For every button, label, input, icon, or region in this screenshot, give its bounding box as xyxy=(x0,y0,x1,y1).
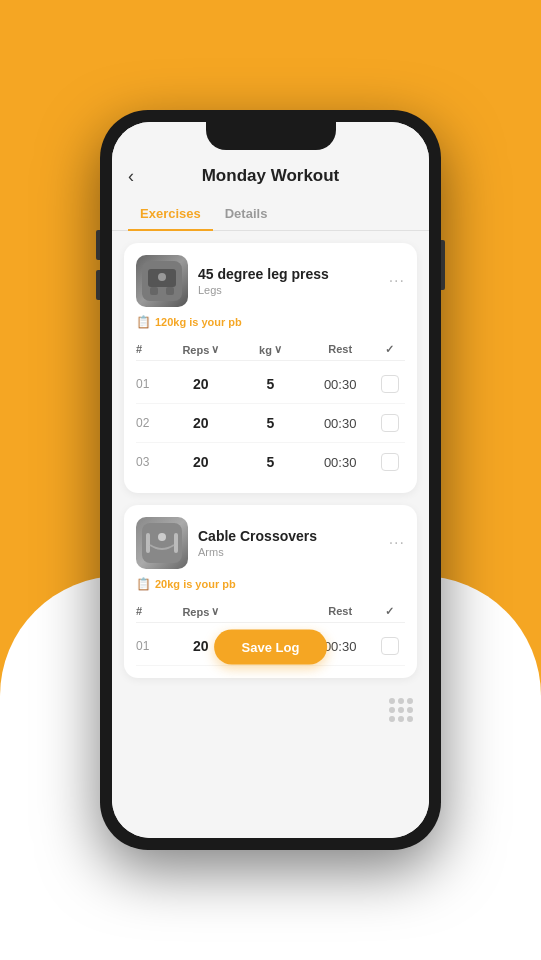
pb-icon-2: 📋 xyxy=(136,577,151,591)
more-button-2[interactable]: ··· xyxy=(389,534,405,552)
exercise-text-2: Cable Crossovers Arms xyxy=(198,528,317,558)
svg-rect-3 xyxy=(166,287,174,295)
phone-shell: ‹ Monday Workout Exercises Details xyxy=(100,110,441,850)
col-rest-2: Rest xyxy=(305,605,375,618)
pb-badge-1: 📋 120kg is your pb xyxy=(136,315,405,329)
set-check-1-1[interactable] xyxy=(381,375,399,393)
pb-text-1: 120kg is your pb xyxy=(155,316,242,328)
tabs-bar: Exercises Details xyxy=(112,198,429,231)
exercise-category-2: Arms xyxy=(198,546,317,558)
col-kg-2 xyxy=(236,605,306,618)
set-check-1-2[interactable] xyxy=(381,414,399,432)
grid-icon xyxy=(389,698,413,722)
svg-point-8 xyxy=(158,533,166,541)
reps-chevron-2: ∨ xyxy=(211,605,219,618)
set-rest-1-2: 00:30 xyxy=(305,416,375,431)
exercise-thumb-2 xyxy=(136,517,188,569)
exercise-thumb-1 xyxy=(136,255,188,307)
set-table-header-1: # Reps ∨ kg ∨ Rest ✓ xyxy=(136,339,405,361)
exercise-title-2: Cable Crossovers xyxy=(198,528,317,544)
set-row-2-wrapper: 01 20 5 00:30 Save Log xyxy=(136,627,405,666)
vol-up-button xyxy=(96,230,100,260)
pb-text-2: 20kg is your pb xyxy=(155,578,236,590)
tab-exercises[interactable]: Exercises xyxy=(128,198,213,231)
col-hash-2: # xyxy=(136,605,166,618)
col-rest-1: Rest xyxy=(305,343,375,356)
back-button[interactable]: ‹ xyxy=(128,166,134,187)
set-row-1-2: 02 20 5 00:30 xyxy=(136,404,405,443)
page-title: Monday Workout xyxy=(202,166,340,186)
exercise-thumb-figure-1 xyxy=(136,255,188,307)
header: ‹ Monday Workout xyxy=(112,154,429,198)
set-kg-1-2: 5 xyxy=(236,415,306,431)
exercise-text-1: 45 degree leg press Legs xyxy=(198,266,329,296)
dot-4 xyxy=(389,707,395,713)
exercise-header-1: 45 degree leg press Legs ··· xyxy=(136,255,405,307)
set-rest-1-3: 00:30 xyxy=(305,455,375,470)
svg-rect-2 xyxy=(150,287,158,295)
tab-details[interactable]: Details xyxy=(213,198,280,231)
set-num-2-1: 01 xyxy=(136,639,166,653)
set-kg-1-1: 5 xyxy=(236,376,306,392)
dot-8 xyxy=(398,716,404,722)
bottom-dots xyxy=(112,690,429,734)
set-kg-1-3: 5 xyxy=(236,454,306,470)
more-button-1[interactable]: ··· xyxy=(389,272,405,290)
dot-6 xyxy=(407,707,413,713)
col-reps-1[interactable]: Reps ∨ xyxy=(166,343,236,356)
set-table-2: # Reps ∨ Rest ✓ 01 xyxy=(136,601,405,666)
exercise-info-2: Cable Crossovers Arms xyxy=(136,517,317,569)
set-num-1-2: 02 xyxy=(136,416,166,430)
reps-chevron-1: ∨ xyxy=(211,343,219,356)
notch xyxy=(206,122,336,150)
dot-2 xyxy=(398,698,404,704)
set-reps-1-1: 20 xyxy=(166,376,236,392)
col-check-1: ✓ xyxy=(375,343,405,356)
exercise-card-2: Cable Crossovers Arms ··· 📋 20kg is your… xyxy=(124,505,417,678)
dot-1 xyxy=(389,698,395,704)
col-kg-1[interactable]: kg ∨ xyxy=(236,343,306,356)
col-hash-1: # xyxy=(136,343,166,356)
phone-screen: ‹ Monday Workout Exercises Details xyxy=(112,122,429,838)
pb-icon-1: 📋 xyxy=(136,315,151,329)
set-row-1-1: 01 20 5 00:30 xyxy=(136,365,405,404)
svg-rect-6 xyxy=(146,533,150,553)
set-reps-1-3: 20 xyxy=(166,454,236,470)
exercise-category-1: Legs xyxy=(198,284,329,296)
set-num-1-1: 01 xyxy=(136,377,166,391)
exercise-card-1: 45 degree leg press Legs ··· 📋 120kg is … xyxy=(124,243,417,493)
svg-point-4 xyxy=(158,273,166,281)
set-table-1: # Reps ∨ kg ∨ Rest ✓ 0 xyxy=(136,339,405,481)
set-check-2-1[interactable] xyxy=(381,637,399,655)
set-table-header-2: # Reps ∨ Rest ✓ xyxy=(136,601,405,623)
save-log-button[interactable]: Save Log xyxy=(214,629,328,664)
kg-chevron-1: ∨ xyxy=(274,343,282,356)
vol-down-button xyxy=(96,270,100,300)
exercise-title-1: 45 degree leg press xyxy=(198,266,329,282)
save-log-wrapper: Save Log xyxy=(214,629,328,664)
col-reps-2[interactable]: Reps ∨ xyxy=(166,605,236,618)
power-button xyxy=(441,240,445,290)
col-check-2: ✓ xyxy=(375,605,405,618)
set-check-1-3[interactable] xyxy=(381,453,399,471)
svg-rect-7 xyxy=(174,533,178,553)
set-reps-1-2: 20 xyxy=(166,415,236,431)
set-row-1-3: 03 20 5 00:30 xyxy=(136,443,405,481)
exercise-info-1: 45 degree leg press Legs xyxy=(136,255,329,307)
dot-3 xyxy=(407,698,413,704)
set-rest-1-1: 00:30 xyxy=(305,377,375,392)
pb-badge-2: 📋 20kg is your pb xyxy=(136,577,405,591)
dot-5 xyxy=(398,707,404,713)
exercise-thumb-figure-2 xyxy=(136,517,188,569)
set-num-1-3: 03 xyxy=(136,455,166,469)
exercise-header-2: Cable Crossovers Arms ··· xyxy=(136,517,405,569)
dot-7 xyxy=(389,716,395,722)
dot-9 xyxy=(407,716,413,722)
app-content: ‹ Monday Workout Exercises Details xyxy=(112,122,429,838)
